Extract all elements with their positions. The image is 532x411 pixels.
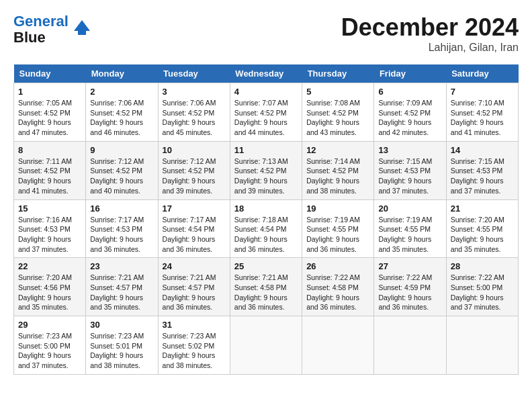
day-number: 28 [451,261,514,271]
day-number: 14 [451,145,514,155]
day-number: 24 [163,261,226,271]
day-number: 18 [234,203,298,214]
calendar-cell: 24 Sunrise: 7:21 AM Sunset: 4:57 PM Dayl… [158,258,230,316]
weekday-header-thursday: Thursday [302,64,374,83]
calendar-cell: 8 Sunrise: 7:11 AM Sunset: 4:52 PM Dayli… [14,141,86,199]
cell-info: Sunrise: 7:05 AM Sunset: 4:52 PM Dayligh… [18,98,81,138]
day-number: 27 [378,261,441,271]
weekday-header-wednesday: Wednesday [230,64,302,83]
page-header: General Blue December 2024 Lahijan, Gila… [13,13,519,54]
cell-info: Sunrise: 7:23 AM Sunset: 5:01 PM Dayligh… [90,331,153,371]
calendar-cell: 15 Sunrise: 7:16 AM Sunset: 4:53 PM Dayl… [14,199,86,258]
day-number: 8 [18,145,81,155]
calendar-week-row: 29 Sunrise: 7:23 AM Sunset: 5:00 PM Dayl… [14,316,519,375]
calendar-cell [374,316,446,375]
calendar-cell: 2 Sunrise: 7:06 AM Sunset: 4:52 PM Dayli… [86,83,158,142]
day-number: 5 [306,87,369,97]
calendar-cell: 14 Sunrise: 7:15 AM Sunset: 4:53 PM Dayl… [446,141,518,199]
cell-info: Sunrise: 7:14 AM Sunset: 4:52 PM Dayligh… [306,156,369,196]
cell-info: Sunrise: 7:17 AM Sunset: 4:53 PM Dayligh… [90,215,153,255]
day-number: 21 [451,203,514,214]
cell-info: Sunrise: 7:06 AM Sunset: 4:52 PM Dayligh… [163,98,226,138]
cell-info: Sunrise: 7:19 AM Sunset: 4:55 PM Dayligh… [378,215,441,255]
day-number: 29 [18,320,81,330]
day-number: 31 [163,320,226,330]
calendar-cell: 30 Sunrise: 7:23 AM Sunset: 5:01 PM Dayl… [86,316,158,375]
cell-info: Sunrise: 7:09 AM Sunset: 4:52 PM Dayligh… [378,98,441,138]
calendar-cell: 9 Sunrise: 7:12 AM Sunset: 4:52 PM Dayli… [86,141,158,199]
logo-icon [71,17,93,39]
calendar-cell: 28 Sunrise: 7:22 AM Sunset: 5:00 PM Dayl… [446,258,518,316]
cell-info: Sunrise: 7:19 AM Sunset: 4:55 PM Dayligh… [306,215,369,255]
day-number: 1 [18,87,81,97]
cell-info: Sunrise: 7:20 AM Sunset: 4:55 PM Dayligh… [451,215,514,255]
cell-info: Sunrise: 7:15 AM Sunset: 4:53 PM Dayligh… [451,156,514,196]
day-number: 12 [306,145,369,155]
calendar-cell: 13 Sunrise: 7:15 AM Sunset: 4:53 PM Dayl… [374,141,446,199]
location-title: Lahijan, Gilan, Iran [341,42,519,54]
calendar-cell: 17 Sunrise: 7:17 AM Sunset: 4:54 PM Dayl… [158,199,230,258]
calendar-week-row: 22 Sunrise: 7:20 AM Sunset: 4:56 PM Dayl… [14,258,519,316]
day-number: 3 [163,87,226,97]
calendar-cell: 1 Sunrise: 7:05 AM Sunset: 4:52 PM Dayli… [14,83,86,142]
calendar-week-row: 1 Sunrise: 7:05 AM Sunset: 4:52 PM Dayli… [14,83,519,142]
calendar-cell: 10 Sunrise: 7:12 AM Sunset: 4:52 PM Dayl… [158,141,230,199]
logo-text-blue: Blue [13,29,46,46]
logo-text-general: General [13,13,69,30]
cell-info: Sunrise: 7:13 AM Sunset: 4:52 PM Dayligh… [234,156,298,196]
calendar-cell: 25 Sunrise: 7:21 AM Sunset: 4:58 PM Dayl… [230,258,302,316]
day-number: 11 [234,145,298,155]
cell-info: Sunrise: 7:06 AM Sunset: 4:52 PM Dayligh… [90,98,153,138]
day-number: 16 [90,203,153,214]
svg-rect-1 [78,31,86,35]
calendar-cell: 19 Sunrise: 7:19 AM Sunset: 4:55 PM Dayl… [302,199,374,258]
calendar-cell: 18 Sunrise: 7:18 AM Sunset: 4:54 PM Dayl… [230,199,302,258]
cell-info: Sunrise: 7:07 AM Sunset: 4:52 PM Dayligh… [234,98,298,138]
calendar-cell [302,316,374,375]
cell-info: Sunrise: 7:12 AM Sunset: 4:52 PM Dayligh… [163,156,226,196]
cell-info: Sunrise: 7:20 AM Sunset: 4:56 PM Dayligh… [18,273,81,312]
cell-info: Sunrise: 7:22 AM Sunset: 4:59 PM Dayligh… [378,273,441,312]
cell-info: Sunrise: 7:21 AM Sunset: 4:57 PM Dayligh… [90,273,153,312]
day-number: 15 [18,203,81,214]
month-title: December 2024 [341,13,519,42]
weekday-header-row: SundayMondayTuesdayWednesdayThursdayFrid… [14,64,519,83]
weekday-header-sunday: Sunday [14,64,86,83]
day-number: 10 [163,145,226,155]
cell-info: Sunrise: 7:15 AM Sunset: 4:53 PM Dayligh… [378,156,441,196]
weekday-header-tuesday: Tuesday [158,64,230,83]
calendar-cell: 27 Sunrise: 7:22 AM Sunset: 4:59 PM Dayl… [374,258,446,316]
calendar-cell: 7 Sunrise: 7:10 AM Sunset: 4:52 PM Dayli… [446,83,518,142]
cell-info: Sunrise: 7:11 AM Sunset: 4:52 PM Dayligh… [18,156,81,196]
calendar-cell: 26 Sunrise: 7:22 AM Sunset: 4:58 PM Dayl… [302,258,374,316]
calendar-cell: 5 Sunrise: 7:08 AM Sunset: 4:52 PM Dayli… [302,83,374,142]
calendar-table: SundayMondayTuesdayWednesdayThursdayFrid… [13,64,519,375]
calendar-cell [446,316,518,375]
cell-info: Sunrise: 7:22 AM Sunset: 5:00 PM Dayligh… [451,273,514,312]
calendar-cell: 22 Sunrise: 7:20 AM Sunset: 4:56 PM Dayl… [14,258,86,316]
calendar-week-row: 8 Sunrise: 7:11 AM Sunset: 4:52 PM Dayli… [14,141,519,199]
cell-info: Sunrise: 7:10 AM Sunset: 4:52 PM Dayligh… [451,98,514,138]
cell-info: Sunrise: 7:16 AM Sunset: 4:53 PM Dayligh… [18,215,81,255]
day-number: 6 [378,87,441,97]
calendar-cell: 23 Sunrise: 7:21 AM Sunset: 4:57 PM Dayl… [86,258,158,316]
day-number: 17 [163,203,226,214]
day-number: 30 [90,320,153,330]
day-number: 26 [306,261,369,271]
calendar-week-row: 15 Sunrise: 7:16 AM Sunset: 4:53 PM Dayl… [14,199,519,258]
calendar-cell: 20 Sunrise: 7:19 AM Sunset: 4:55 PM Dayl… [374,199,446,258]
day-number: 20 [378,203,441,214]
cell-info: Sunrise: 7:23 AM Sunset: 5:00 PM Dayligh… [18,331,81,371]
calendar-cell: 12 Sunrise: 7:14 AM Sunset: 4:52 PM Dayl… [302,141,374,199]
cell-info: Sunrise: 7:22 AM Sunset: 4:58 PM Dayligh… [306,273,369,312]
calendar-cell: 31 Sunrise: 7:23 AM Sunset: 5:02 PM Dayl… [158,316,230,375]
weekday-header-saturday: Saturday [446,64,518,83]
cell-info: Sunrise: 7:08 AM Sunset: 4:52 PM Dayligh… [306,98,369,138]
day-number: 7 [451,87,514,97]
calendar-cell: 21 Sunrise: 7:20 AM Sunset: 4:55 PM Dayl… [446,199,518,258]
day-number: 22 [18,261,81,271]
cell-info: Sunrise: 7:12 AM Sunset: 4:52 PM Dayligh… [90,156,153,196]
calendar-cell: 16 Sunrise: 7:17 AM Sunset: 4:53 PM Dayl… [86,199,158,258]
calendar-cell: 3 Sunrise: 7:06 AM Sunset: 4:52 PM Dayli… [158,83,230,142]
day-number: 19 [306,203,369,214]
